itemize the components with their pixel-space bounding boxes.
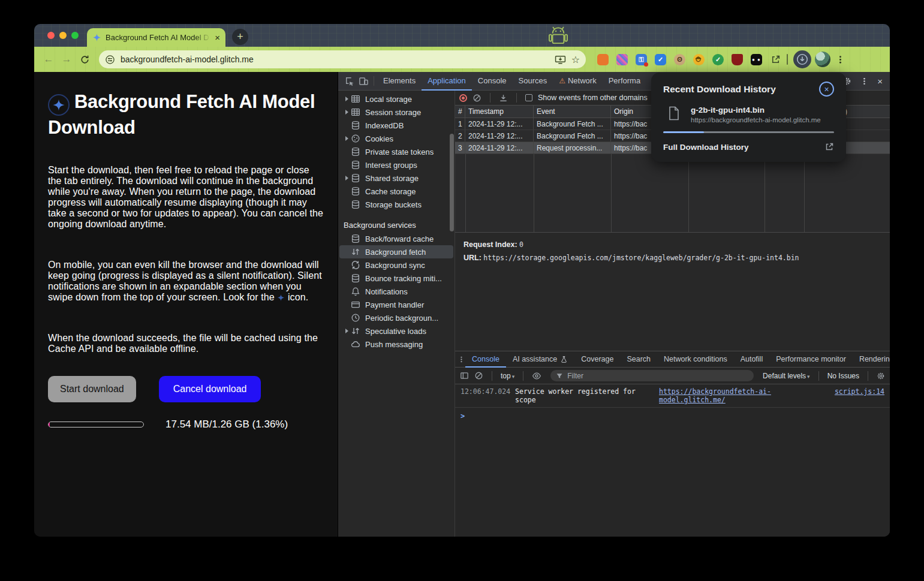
site-info-icon[interactable]	[105, 55, 115, 65]
console-source-link[interactable]: script.js:14	[835, 387, 884, 396]
full-download-history-link[interactable]: Full Download History	[663, 143, 749, 152]
console-context-selector[interactable]: top▾	[501, 372, 514, 380]
application-sidebar: Local storage Session storage IndexedDB …	[338, 91, 455, 537]
sidebar-item-payment-handler[interactable]: Payment handler	[339, 298, 453, 311]
database-icon	[351, 234, 360, 243]
log-levels-dropdown[interactable]: Default levels▾	[763, 372, 810, 380]
drawer-tab-performance-monitor[interactable]: Performance monitor	[769, 351, 853, 368]
stylus-extension-icon[interactable]	[616, 54, 628, 65]
fox-extension-icon[interactable]	[597, 54, 609, 65]
sidebar-item-session-storage[interactable]: Session storage	[339, 106, 453, 119]
builder-extension-icon[interactable]: ⛑	[693, 54, 705, 65]
device-toolbar-icon[interactable]	[356, 76, 371, 86]
downloads-button[interactable]	[793, 50, 811, 68]
drawer-tab-rendering[interactable]: Rendering	[853, 351, 890, 368]
send-to-device-icon[interactable]	[555, 55, 566, 65]
drawer-tab-network-conditions[interactable]: Network conditions	[657, 351, 734, 368]
drawer-tab-autofill[interactable]: Autofill	[734, 351, 770, 368]
console-settings-gear-icon[interactable]	[877, 372, 885, 380]
password-key-extension-icon[interactable]: ⚿	[636, 54, 647, 65]
expand-arrow-icon[interactable]	[342, 97, 351, 101]
url-text[interactable]: backgroundfetch-ai-model.glitch.me	[121, 55, 549, 64]
devtools-close-icon[interactable]: ×	[877, 76, 883, 86]
tab-performance[interactable]: Performa	[603, 72, 646, 91]
cancel-download-button[interactable]: Cancel download	[159, 376, 261, 402]
popup-close-icon[interactable]: ×	[819, 82, 834, 97]
inspect-element-icon[interactable]	[342, 76, 356, 86]
sidebar-item-bounce-tracking[interactable]: Bounce tracking miti...	[339, 272, 453, 285]
sidebar-item-storage-buckets[interactable]: Storage buckets	[339, 198, 453, 211]
address-bar[interactable]: backgroundfetch-ai-model.glitch.me ☆	[99, 50, 586, 68]
sidebar-item-indexeddb[interactable]: IndexedDB	[339, 119, 453, 132]
issues-counter[interactable]: No Issues	[827, 372, 859, 380]
extensions-puzzle-icon[interactable]	[770, 54, 781, 65]
clear-events-icon[interactable]	[472, 94, 481, 103]
start-download-button[interactable]: Start download	[48, 376, 136, 402]
drawer-tab-coverage[interactable]: Coverage	[574, 351, 620, 368]
shield-extension-icon[interactable]	[732, 54, 743, 65]
dark-reader-extension-icon[interactable]: ● ●	[751, 54, 762, 65]
drawer-tab-console[interactable]: Console	[465, 351, 506, 368]
back-button[interactable]: ←	[41, 52, 56, 67]
browser-menu-icon[interactable]	[835, 55, 845, 65]
clear-console-icon[interactable]	[474, 371, 483, 380]
profile-avatar[interactable]	[815, 52, 830, 67]
new-tab-button[interactable]: +	[232, 29, 248, 45]
sync-icon	[351, 260, 360, 270]
console-prompt-chevron[interactable]: >	[455, 408, 890, 425]
sidebar-item-background-sync[interactable]: Background sync	[339, 258, 453, 272]
sidebar-item-cache-storage[interactable]: Cache storage	[339, 185, 453, 198]
drawer-tab-search[interactable]: Search	[620, 351, 657, 368]
todo-check-extension-icon[interactable]: ✓	[655, 54, 666, 65]
expand-arrow-icon[interactable]	[342, 110, 351, 115]
browser-window: Background Fetch AI Model D × + ← → back…	[34, 24, 890, 537]
sidebar-item-interest-groups[interactable]: Interest groups	[339, 158, 453, 171]
tab-sources[interactable]: Sources	[513, 72, 553, 91]
external-link-icon[interactable]	[824, 142, 834, 152]
tab-close-icon[interactable]: ×	[215, 33, 220, 42]
drawer-menu-icon[interactable]	[458, 356, 465, 363]
sidebar-item-speculative-loads[interactable]: Speculative loads	[339, 324, 453, 338]
up-down-arrows-icon	[351, 247, 360, 257]
bookmark-star-icon[interactable]: ☆	[571, 54, 580, 65]
green-check-extension-icon[interactable]: ✓	[712, 54, 724, 65]
sidebar-item-background-fetch[interactable]: Background fetch	[339, 245, 453, 258]
sidebar-item-shared-storage[interactable]: Shared storage	[339, 171, 453, 185]
expand-arrow-icon[interactable]	[342, 136, 351, 141]
drawer-tab-ai-assistance[interactable]: AI assistance	[506, 351, 574, 368]
sidebar-item-periodic-background-sync[interactable]: Periodic backgroun...	[339, 311, 453, 324]
sidebar-item-push-messaging[interactable]: Push messaging	[339, 338, 453, 351]
maximize-window-button[interactable]	[71, 32, 79, 39]
forward-button[interactable]: →	[59, 52, 74, 67]
expand-arrow-icon[interactable]	[342, 329, 351, 333]
expand-arrow-icon[interactable]	[342, 176, 351, 180]
devtools-more-options-icon[interactable]	[860, 77, 869, 86]
console-filter-input[interactable]: Filter	[550, 370, 754, 381]
database-icon	[351, 160, 360, 170]
tab-console[interactable]: Console	[472, 72, 513, 91]
database-icon	[351, 200, 360, 209]
sidebar-scrollbar[interactable]	[450, 134, 454, 231]
console-sidebar-toggle-icon[interactable]	[460, 371, 469, 380]
save-events-icon[interactable]	[499, 94, 508, 103]
sidebar-item-cookies[interactable]: Cookies	[339, 132, 453, 145]
close-window-button[interactable]	[47, 32, 55, 39]
tab-network[interactable]: ⚠Network	[553, 72, 602, 91]
console-scope-link[interactable]: https://backgroundfetch-ai-model.glitch.…	[659, 387, 830, 404]
sidebar-item-back-forward-cache[interactable]: Back/forward cache	[339, 232, 453, 245]
browser-tab[interactable]: Background Fetch AI Model D ×	[87, 28, 225, 47]
download-item[interactable]: g-2b-it-gpu-int4.bin https://backgroundf…	[663, 106, 834, 124]
show-events-checkbox[interactable]	[525, 94, 532, 101]
sidebar-item-private-state-tokens[interactable]: Private state tokens	[339, 145, 453, 158]
live-expression-eye-icon[interactable]	[532, 371, 541, 381]
cookie-icon	[351, 134, 360, 143]
reload-button[interactable]	[77, 52, 92, 67]
console-message-text: Service worker registered for scope	[515, 387, 654, 404]
record-button[interactable]	[459, 94, 467, 102]
tab-elements[interactable]: Elements	[377, 72, 422, 91]
tampermonkey-extension-icon[interactable]: ʘ	[674, 54, 685, 65]
minimize-window-button[interactable]	[59, 32, 67, 39]
sidebar-item-local-storage[interactable]: Local storage	[339, 92, 453, 106]
sidebar-item-notifications[interactable]: Notifications	[339, 285, 453, 298]
tab-application[interactable]: Application	[422, 72, 472, 91]
